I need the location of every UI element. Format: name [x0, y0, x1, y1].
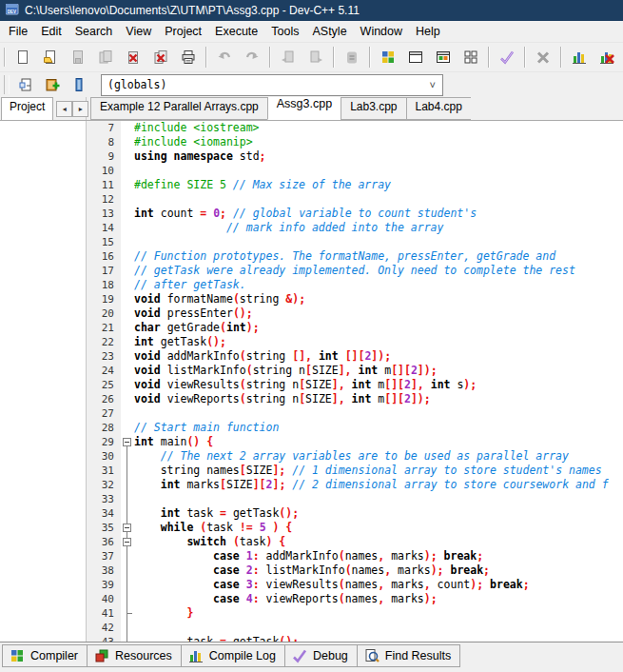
toolbar-grip[interactable]	[4, 75, 10, 94]
menu-project[interactable]: Project	[158, 23, 208, 40]
fold-toggle[interactable]	[121, 521, 134, 535]
code-text[interactable]: int count = 0; // global variable to cou…	[134, 207, 623, 221]
run-button[interactable]	[401, 44, 429, 70]
fold-toggle[interactable]	[121, 535, 134, 549]
compile-run-button[interactable]	[429, 44, 457, 70]
line-number: 38	[87, 563, 121, 578]
fold-margin	[121, 321, 134, 335]
code-text[interactable]: while (task != 5 ) {	[134, 521, 623, 535]
code-text[interactable]: void formatName(string &);	[134, 292, 623, 306]
code-text[interactable]: #define SIZE 5 // Max size of the array	[134, 178, 623, 192]
menu-search[interactable]: Search	[68, 23, 120, 40]
code-text[interactable]: int task = getTask();	[134, 506, 623, 521]
report-tab-compile-log[interactable]: Compile Log	[181, 644, 285, 667]
code-text[interactable]: using namespace std;	[134, 149, 623, 164]
menu-window[interactable]: Window	[354, 23, 409, 40]
menu-astyle[interactable]: AStyle	[305, 23, 353, 40]
editor-tab-example-12-parallel-arrays-cpp[interactable]: Example 12 Parallel Arrays.cpp	[90, 97, 268, 120]
code-text[interactable]: // after getTask.	[134, 278, 623, 292]
editor-tab-lab3-cpp[interactable]: Lab3.cpp	[341, 97, 406, 120]
code-text[interactable]: int getTask();	[134, 335, 623, 349]
goto-bookmark-button[interactable]	[66, 72, 92, 97]
code-text[interactable]	[134, 492, 623, 506]
code-line: 16// Function prototypes. The formatName…	[87, 249, 623, 264]
insert-button[interactable]	[12, 72, 39, 97]
code-text[interactable]: string names[SIZE]; // 1 dimensional arr…	[134, 464, 623, 478]
code-text[interactable]	[134, 164, 623, 178]
scroll-right-button[interactable]: ▸	[72, 101, 88, 117]
code-text[interactable]: case 4: viewReports(names, marks);	[134, 592, 623, 606]
print-button[interactable]	[174, 44, 202, 70]
profile-button[interactable]	[565, 44, 593, 70]
scroll-left-button[interactable]: ◂	[56, 101, 72, 117]
code-line: 29int main() {	[87, 435, 623, 449]
title-bar: DEV C:\Users\lenovo\Documents\Z\UTM\PT\A…	[0, 0, 623, 21]
report-tab-find-results[interactable]: Find Results	[357, 644, 460, 667]
line-number: 23	[87, 349, 121, 364]
fold-toggle[interactable]	[121, 435, 134, 449]
code-text[interactable]: // The next 2 array variables are to be …	[134, 449, 623, 464]
code-text[interactable]	[134, 192, 623, 207]
code-text[interactable]: case 1: addMarkInfo(names, marks); break…	[134, 549, 623, 563]
line-number: 19	[87, 292, 121, 306]
code-text[interactable]: }	[134, 606, 623, 621]
report-tab-debug[interactable]: Debug	[284, 644, 358, 667]
menu-tools[interactable]: Tools	[264, 23, 305, 40]
code-line: 32 int marks[SIZE][2]; // 2 dimensional …	[87, 478, 623, 492]
code-text[interactable]	[134, 235, 623, 249]
code-text[interactable]: int marks[SIZE][2]; // 2 dimensional arr…	[134, 478, 623, 492]
project-browser-panel[interactable]	[0, 121, 87, 642]
code-text[interactable]: int main() {	[134, 435, 623, 449]
fold-margin	[121, 264, 134, 278]
toggle-bookmark-button[interactable]	[39, 72, 66, 97]
code-text[interactable]: task = getTask();	[134, 635, 623, 642]
code-text[interactable]: // getTask were already implemented. Onl…	[134, 264, 623, 278]
code-line: 11#define SIZE 5 // Max size of the arra…	[87, 178, 623, 192]
menu-file[interactable]: File	[2, 23, 34, 40]
code-line: 28// Start main function	[87, 421, 623, 435]
line-number: 25	[87, 378, 121, 392]
code-text[interactable]: switch (task) {	[134, 535, 623, 549]
compile-run-icon	[435, 49, 452, 66]
code-text[interactable]: void viewResults(string n[SIZE], int m[]…	[134, 378, 623, 392]
editor-tab-lab4-cpp[interactable]: Lab4.cpp	[406, 97, 471, 120]
code-text[interactable]: #include <iostream>	[134, 121, 623, 135]
menu-view[interactable]: View	[119, 23, 158, 40]
class-browser-select[interactable]: (globals) ˅	[101, 74, 443, 96]
code-text[interactable]: #include <iomanip>	[134, 135, 623, 149]
report-tab-compiler[interactable]: Compiler	[2, 644, 88, 667]
delete-profiling-button[interactable]	[593, 44, 620, 70]
code-text[interactable]	[134, 406, 623, 421]
open-file-button[interactable]	[36, 44, 64, 70]
menu-execute[interactable]: Execute	[208, 23, 264, 40]
code-text[interactable]: void addMarkInfo(string [], int [][2]);	[134, 349, 623, 364]
code-text[interactable]: // mark info added into the array	[134, 221, 623, 235]
code-text[interactable]: void viewReports(string n[SIZE], int m[]…	[134, 392, 623, 406]
code-text[interactable]: void pressEnter();	[134, 306, 623, 321]
code-text[interactable]	[134, 621, 623, 635]
tab-project[interactable]: Project	[1, 97, 53, 120]
report-tab-label: Find Results	[385, 649, 451, 662]
compile-button[interactable]	[374, 44, 401, 70]
close-all-button[interactable]	[146, 44, 174, 70]
menu-edit[interactable]: Edit	[34, 23, 68, 40]
new-file-button[interactable]	[9, 44, 36, 70]
code-text[interactable]: char getGrade(int);	[134, 321, 623, 335]
syntax-check-button[interactable]	[493, 44, 520, 70]
code-editor[interactable]: 7#include <iostream>8#include <iomanip>9…	[87, 121, 623, 642]
report-tab-resources[interactable]: Resources	[87, 644, 182, 667]
code-text[interactable]: void listMarkInfo(string n[SIZE], int m[…	[134, 364, 623, 378]
line-number: 27	[87, 406, 121, 421]
code-line: 9using namespace std;	[87, 149, 623, 164]
menu-help[interactable]: Help	[409, 23, 447, 40]
toolbar-grip[interactable]	[4, 48, 6, 67]
code-text[interactable]: case 2: listMarkInfo(names, marks); brea…	[134, 563, 623, 578]
code-text[interactable]: case 3: viewResults(names, marks, count)…	[134, 578, 623, 592]
line-number: 12	[87, 192, 121, 207]
fold-margin	[121, 392, 134, 406]
editor-tab-assg3-cpp[interactable]: Assg3.cpp	[267, 97, 341, 120]
close-file-button[interactable]	[119, 44, 146, 70]
rebuild-all-button[interactable]	[457, 44, 484, 70]
code-text[interactable]: // Function prototypes. The formatName, …	[134, 249, 623, 264]
code-text[interactable]: // Start main function	[134, 421, 623, 435]
